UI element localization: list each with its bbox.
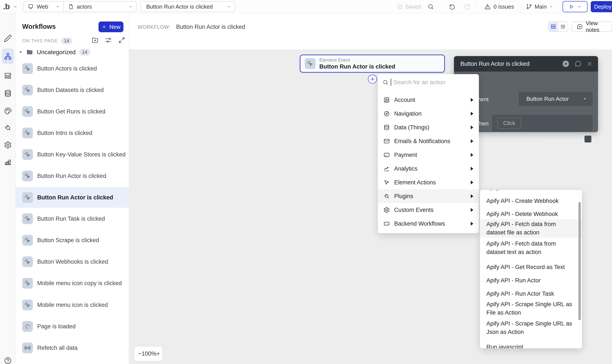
category-custom-events[interactable]: Custom Events: [378, 203, 479, 217]
workflow-list-item[interactable]: Button Webhooks is clicked: [16, 251, 129, 272]
workflow-list-item[interactable]: Button Key-Value Stores is clicked: [16, 144, 129, 165]
workflow-list-item[interactable]: Mobile menu icon is clicked: [16, 295, 129, 315]
folder-uncategorized[interactable]: Uncategorized 14: [19, 49, 90, 56]
workflows-panel-title: Workflows: [22, 23, 56, 30]
submenu-item[interactable]: Apify API - Run Actor Task: [480, 288, 582, 299]
submenu-item[interactable]: Apify API - Run Actor: [480, 275, 582, 286]
category-element-actions[interactable]: Element Actions: [378, 176, 479, 189]
workflow-item-label: Button Key-Value Stores is clicked: [37, 151, 126, 158]
styles-palette-icon[interactable]: [4, 107, 12, 115]
category-analytics[interactable]: Analytics: [378, 162, 479, 176]
platform-select[interactable]: Web: [24, 2, 64, 12]
design-pencil-icon[interactable]: [4, 34, 12, 42]
settings-gear-icon[interactable]: [4, 141, 12, 149]
workflow-list-item[interactable]: Button Run Actor is clicked: [16, 166, 129, 186]
breadcrumb: WORKFLOW: Button Run Actor is clicked: [138, 24, 245, 30]
category-navigation[interactable]: Navigation: [378, 107, 479, 120]
submenu-scrollbar[interactable]: [578, 202, 581, 320]
bubble-logo[interactable]: .b: [3, 2, 10, 11]
zoom-in-button[interactable]: +: [157, 351, 160, 357]
undo-button[interactable]: [449, 0, 455, 13]
add-action-button[interactable]: [368, 75, 377, 84]
category-data-things[interactable]: Data (Things): [378, 120, 479, 134]
workflow-select[interactable]: Button Run Actor is clicked: [141, 1, 235, 12]
filter-sliders-icon[interactable]: [105, 37, 112, 44]
category-emails-notifications[interactable]: Emails & Notifications: [378, 134, 479, 148]
layout-blocks-icon[interactable]: [4, 72, 12, 80]
chevron-down-icon: [56, 5, 60, 9]
category-account[interactable]: Account: [378, 93, 479, 107]
view-notes-label: View notes: [586, 20, 607, 33]
cursor-arrow-icon: [383, 179, 390, 186]
workflow-list-item-selected[interactable]: Button Run Actor is clicked: [16, 187, 129, 208]
expand-icon[interactable]: [118, 37, 125, 44]
logs-chart-icon[interactable]: [4, 158, 12, 166]
deploy-button[interactable]: Deploy: [591, 1, 612, 12]
branch-selector[interactable]: Main: [526, 0, 553, 13]
disclosure-triangle-icon[interactable]: [19, 50, 23, 54]
submenu-arrow-icon: [471, 98, 473, 102]
page-select[interactable]: actors: [64, 2, 136, 12]
breakpoint-checkbox[interactable]: [585, 136, 591, 143]
workflow-tree-icon[interactable]: [4, 52, 12, 60]
workflow-list-item[interactable]: Refetch all data: [16, 338, 129, 358]
comment-bubble-icon[interactable]: [574, 60, 582, 67]
workflow-list-item[interactable]: Page is loaded: [16, 316, 129, 337]
event-card[interactable]: Element Event Button Run Actor is clicke…: [300, 55, 445, 73]
element-select[interactable]: Button Run Actor: [519, 92, 593, 106]
submenu-item[interactable]: Apify API - Create Webhook: [480, 195, 582, 207]
workflow-list-item[interactable]: Button Datasets is clicked: [16, 80, 129, 100]
category-plugins[interactable]: Plugins: [378, 189, 479, 203]
database-icon[interactable]: [4, 89, 12, 97]
preview-run-button[interactable]: [562, 1, 587, 12]
logo-chevron-down-icon[interactable]: [13, 4, 17, 9]
submenu-item[interactable]: Apify API - Delete Webhook: [480, 208, 582, 220]
help-icon[interactable]: [4, 357, 12, 364]
view-notes-button[interactable]: View notes: [572, 22, 612, 32]
category-label: Navigation: [394, 110, 422, 117]
category-payment[interactable]: Payment: [378, 148, 479, 162]
workflow-list-item[interactable]: Button Scrape is clicked: [16, 230, 129, 250]
submenu-item[interactable]: Apify API - Get Record as Text: [480, 261, 582, 273]
category-label: Plugins: [394, 193, 413, 200]
workflow-item-label: Button Datasets is clicked: [37, 87, 104, 93]
add-folder-icon[interactable]: [91, 37, 99, 44]
submenu-arrow-icon: [471, 167, 473, 171]
workflow-list-item[interactable]: Button Intro is clicked: [16, 123, 129, 143]
when-value-chip[interactable]: Click: [497, 118, 521, 129]
search-button[interactable]: [427, 0, 434, 13]
plugins-plug-icon[interactable]: [4, 124, 12, 132]
property-panel-header[interactable]: Button Run Actor is clicked: [454, 56, 598, 72]
workflow-list-item[interactable]: Button Actors is clicked: [16, 58, 129, 79]
preview-chevron-down-icon[interactable]: [577, 4, 582, 9]
submenu-item-hovered[interactable]: Apify API - Fetch data from dataset file…: [480, 219, 582, 238]
cursor-click-icon: [22, 63, 33, 74]
zoom-out-button[interactable]: −: [138, 351, 142, 357]
canvas-zoom-control: − 100% +: [134, 347, 162, 361]
card-view-button[interactable]: [548, 22, 558, 31]
monitor-icon: [28, 4, 34, 10]
new-workflow-button[interactable]: New: [98, 22, 123, 32]
when-field[interactable]: Click: [492, 115, 593, 131]
submenu-item[interactable]: Apify API - Scrape Single URL as File as…: [480, 299, 582, 318]
workflow-list-item[interactable]: Button Get Runs is clicked: [16, 101, 129, 122]
category-backend-workflows[interactable]: Backend Workflows: [378, 217, 479, 231]
submenu-item[interactable]: Run javascript: [480, 341, 582, 348]
workflow-item-label: Button Run Actor is clicked: [37, 194, 113, 201]
issues-button[interactable]: 0 issues: [484, 0, 514, 13]
run-play-circle-icon[interactable]: [562, 60, 570, 68]
page-select-value: actors: [77, 3, 92, 10]
broadcast-icon: [22, 342, 33, 353]
submenu-item[interactable]: Apify API - Fetch data from dataset text…: [480, 239, 582, 257]
list-view-button[interactable]: [558, 22, 568, 31]
submenu-item[interactable]: Apify API - Scrape Single URL as Json as…: [480, 319, 582, 337]
property-panel-title: Button Run Actor is clicked: [460, 61, 529, 67]
cursor-click-icon: [22, 128, 33, 138]
close-icon[interactable]: [586, 61, 593, 67]
workflow-list-item[interactable]: Mobile menu icon copy is clicked: [16, 273, 129, 294]
action-search-input[interactable]: Search for an action: [378, 74, 479, 91]
redo-button[interactable]: [464, 0, 470, 13]
workflow-list-item[interactable]: Button Run Task is clicked: [16, 208, 129, 229]
submenu-item-label: Apify API - Get Record as Text: [486, 263, 565, 271]
credit-card-icon: [383, 152, 390, 158]
